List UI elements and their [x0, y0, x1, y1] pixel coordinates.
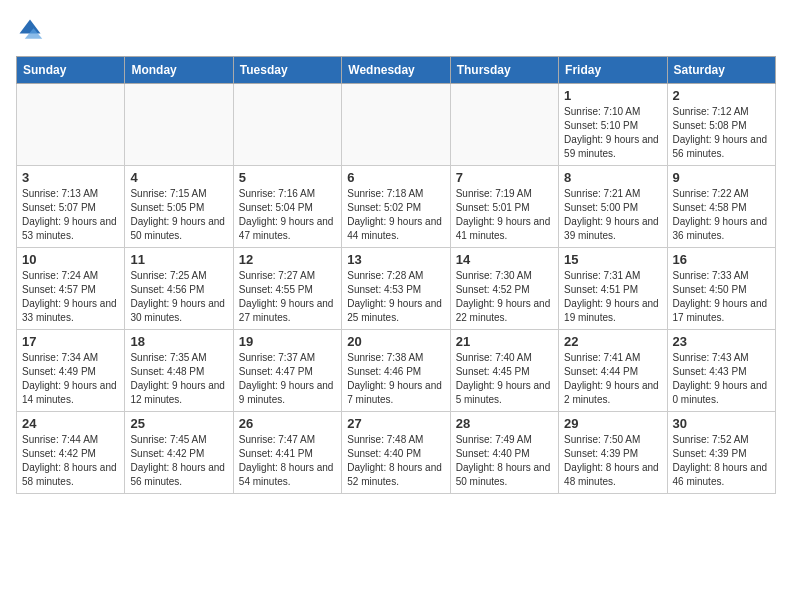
day-number: 12: [239, 252, 336, 267]
day-info: Sunrise: 7:16 AM Sunset: 5:04 PM Dayligh…: [239, 187, 336, 243]
calendar-cell: 17Sunrise: 7:34 AM Sunset: 4:49 PM Dayli…: [17, 330, 125, 412]
day-info: Sunrise: 7:12 AM Sunset: 5:08 PM Dayligh…: [673, 105, 770, 161]
calendar-cell: 28Sunrise: 7:49 AM Sunset: 4:40 PM Dayli…: [450, 412, 558, 494]
calendar-cell: [342, 84, 450, 166]
day-info: Sunrise: 7:30 AM Sunset: 4:52 PM Dayligh…: [456, 269, 553, 325]
calendar-cell: 22Sunrise: 7:41 AM Sunset: 4:44 PM Dayli…: [559, 330, 667, 412]
day-info: Sunrise: 7:13 AM Sunset: 5:07 PM Dayligh…: [22, 187, 119, 243]
day-number: 19: [239, 334, 336, 349]
day-number: 18: [130, 334, 227, 349]
calendar-cell: 8Sunrise: 7:21 AM Sunset: 5:00 PM Daylig…: [559, 166, 667, 248]
day-number: 1: [564, 88, 661, 103]
calendar-cell: 9Sunrise: 7:22 AM Sunset: 4:58 PM Daylig…: [667, 166, 775, 248]
calendar-cell: 30Sunrise: 7:52 AM Sunset: 4:39 PM Dayli…: [667, 412, 775, 494]
calendar-cell: 3Sunrise: 7:13 AM Sunset: 5:07 PM Daylig…: [17, 166, 125, 248]
calendar-cell: 23Sunrise: 7:43 AM Sunset: 4:43 PM Dayli…: [667, 330, 775, 412]
day-info: Sunrise: 7:19 AM Sunset: 5:01 PM Dayligh…: [456, 187, 553, 243]
calendar-cell: 20Sunrise: 7:38 AM Sunset: 4:46 PM Dayli…: [342, 330, 450, 412]
day-info: Sunrise: 7:18 AM Sunset: 5:02 PM Dayligh…: [347, 187, 444, 243]
day-info: Sunrise: 7:34 AM Sunset: 4:49 PM Dayligh…: [22, 351, 119, 407]
calendar-week-row: 17Sunrise: 7:34 AM Sunset: 4:49 PM Dayli…: [17, 330, 776, 412]
day-number: 24: [22, 416, 119, 431]
calendar-week-row: 10Sunrise: 7:24 AM Sunset: 4:57 PM Dayli…: [17, 248, 776, 330]
day-info: Sunrise: 7:50 AM Sunset: 4:39 PM Dayligh…: [564, 433, 661, 489]
day-info: Sunrise: 7:45 AM Sunset: 4:42 PM Dayligh…: [130, 433, 227, 489]
calendar-cell: 29Sunrise: 7:50 AM Sunset: 4:39 PM Dayli…: [559, 412, 667, 494]
day-info: Sunrise: 7:24 AM Sunset: 4:57 PM Dayligh…: [22, 269, 119, 325]
calendar-header-wednesday: Wednesday: [342, 57, 450, 84]
calendar-week-row: 24Sunrise: 7:44 AM Sunset: 4:42 PM Dayli…: [17, 412, 776, 494]
day-info: Sunrise: 7:40 AM Sunset: 4:45 PM Dayligh…: [456, 351, 553, 407]
calendar-cell: 26Sunrise: 7:47 AM Sunset: 4:41 PM Dayli…: [233, 412, 341, 494]
calendar-cell: [125, 84, 233, 166]
day-number: 20: [347, 334, 444, 349]
day-number: 6: [347, 170, 444, 185]
calendar-cell: 27Sunrise: 7:48 AM Sunset: 4:40 PM Dayli…: [342, 412, 450, 494]
day-number: 3: [22, 170, 119, 185]
day-number: 27: [347, 416, 444, 431]
calendar-header-tuesday: Tuesday: [233, 57, 341, 84]
day-number: 9: [673, 170, 770, 185]
day-number: 14: [456, 252, 553, 267]
day-number: 15: [564, 252, 661, 267]
day-info: Sunrise: 7:25 AM Sunset: 4:56 PM Dayligh…: [130, 269, 227, 325]
calendar-cell: [233, 84, 341, 166]
calendar-cell: 25Sunrise: 7:45 AM Sunset: 4:42 PM Dayli…: [125, 412, 233, 494]
day-info: Sunrise: 7:22 AM Sunset: 4:58 PM Dayligh…: [673, 187, 770, 243]
calendar-cell: 1Sunrise: 7:10 AM Sunset: 5:10 PM Daylig…: [559, 84, 667, 166]
day-number: 7: [456, 170, 553, 185]
calendar-cell: 15Sunrise: 7:31 AM Sunset: 4:51 PM Dayli…: [559, 248, 667, 330]
day-number: 5: [239, 170, 336, 185]
day-number: 4: [130, 170, 227, 185]
day-number: 25: [130, 416, 227, 431]
calendar-header-monday: Monday: [125, 57, 233, 84]
day-info: Sunrise: 7:52 AM Sunset: 4:39 PM Dayligh…: [673, 433, 770, 489]
day-info: Sunrise: 7:21 AM Sunset: 5:00 PM Dayligh…: [564, 187, 661, 243]
logo: [16, 16, 48, 44]
day-number: 16: [673, 252, 770, 267]
day-info: Sunrise: 7:10 AM Sunset: 5:10 PM Dayligh…: [564, 105, 661, 161]
day-number: 29: [564, 416, 661, 431]
day-info: Sunrise: 7:49 AM Sunset: 4:40 PM Dayligh…: [456, 433, 553, 489]
day-number: 11: [130, 252, 227, 267]
calendar-cell: 11Sunrise: 7:25 AM Sunset: 4:56 PM Dayli…: [125, 248, 233, 330]
calendar-cell: 14Sunrise: 7:30 AM Sunset: 4:52 PM Dayli…: [450, 248, 558, 330]
calendar-cell: 7Sunrise: 7:19 AM Sunset: 5:01 PM Daylig…: [450, 166, 558, 248]
day-info: Sunrise: 7:48 AM Sunset: 4:40 PM Dayligh…: [347, 433, 444, 489]
day-info: Sunrise: 7:38 AM Sunset: 4:46 PM Dayligh…: [347, 351, 444, 407]
calendar-cell: [450, 84, 558, 166]
logo-icon: [16, 16, 44, 44]
day-number: 10: [22, 252, 119, 267]
calendar-cell: 10Sunrise: 7:24 AM Sunset: 4:57 PM Dayli…: [17, 248, 125, 330]
day-number: 13: [347, 252, 444, 267]
calendar-cell: 24Sunrise: 7:44 AM Sunset: 4:42 PM Dayli…: [17, 412, 125, 494]
day-info: Sunrise: 7:44 AM Sunset: 4:42 PM Dayligh…: [22, 433, 119, 489]
day-info: Sunrise: 7:28 AM Sunset: 4:53 PM Dayligh…: [347, 269, 444, 325]
calendar-header-saturday: Saturday: [667, 57, 775, 84]
calendar-cell: 12Sunrise: 7:27 AM Sunset: 4:55 PM Dayli…: [233, 248, 341, 330]
day-number: 28: [456, 416, 553, 431]
calendar-cell: 18Sunrise: 7:35 AM Sunset: 4:48 PM Dayli…: [125, 330, 233, 412]
day-number: 21: [456, 334, 553, 349]
page-header: [16, 16, 776, 44]
day-number: 17: [22, 334, 119, 349]
day-info: Sunrise: 7:33 AM Sunset: 4:50 PM Dayligh…: [673, 269, 770, 325]
day-number: 23: [673, 334, 770, 349]
calendar-cell: 19Sunrise: 7:37 AM Sunset: 4:47 PM Dayli…: [233, 330, 341, 412]
calendar-cell: 16Sunrise: 7:33 AM Sunset: 4:50 PM Dayli…: [667, 248, 775, 330]
calendar-cell: 6Sunrise: 7:18 AM Sunset: 5:02 PM Daylig…: [342, 166, 450, 248]
day-info: Sunrise: 7:47 AM Sunset: 4:41 PM Dayligh…: [239, 433, 336, 489]
day-info: Sunrise: 7:43 AM Sunset: 4:43 PM Dayligh…: [673, 351, 770, 407]
calendar-week-row: 1Sunrise: 7:10 AM Sunset: 5:10 PM Daylig…: [17, 84, 776, 166]
day-info: Sunrise: 7:31 AM Sunset: 4:51 PM Dayligh…: [564, 269, 661, 325]
day-info: Sunrise: 7:41 AM Sunset: 4:44 PM Dayligh…: [564, 351, 661, 407]
svg-marker-1: [20, 20, 41, 34]
day-info: Sunrise: 7:37 AM Sunset: 4:47 PM Dayligh…: [239, 351, 336, 407]
calendar-cell: 21Sunrise: 7:40 AM Sunset: 4:45 PM Dayli…: [450, 330, 558, 412]
calendar-week-row: 3Sunrise: 7:13 AM Sunset: 5:07 PM Daylig…: [17, 166, 776, 248]
day-number: 26: [239, 416, 336, 431]
calendar-cell: [17, 84, 125, 166]
calendar-cell: 2Sunrise: 7:12 AM Sunset: 5:08 PM Daylig…: [667, 84, 775, 166]
calendar-cell: 5Sunrise: 7:16 AM Sunset: 5:04 PM Daylig…: [233, 166, 341, 248]
day-number: 2: [673, 88, 770, 103]
